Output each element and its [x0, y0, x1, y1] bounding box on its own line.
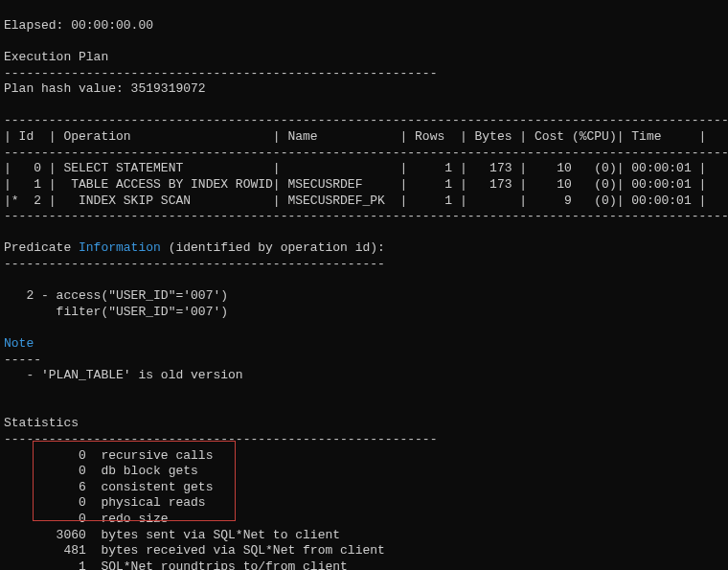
stat-row: 3060 bytes sent via SQL*Net to client [4, 528, 340, 542]
stat-row: 6 consistent gets [4, 480, 213, 494]
note-label: Note [4, 336, 34, 351]
predicate-line: 2 - access("USER_ID"='007') [4, 288, 228, 303]
elapsed-line: Elapsed: 00:00:00.00 [4, 18, 153, 33]
stat-row: 0 recursive calls [4, 448, 213, 463]
plan-row: | 0 | SELECT STATEMENT | | 1 | 173 | 10 … [4, 161, 706, 175]
plan-columns: | Id | Operation | Name | Rows | Bytes |… [4, 129, 706, 144]
stat-row: 0 db block gets [4, 464, 198, 478]
plan-border-bot: ----------------------------------------… [4, 209, 728, 223]
predicate-line: filter("USER_ID"='007') [4, 305, 228, 319]
plan-row: |* 2 | INDEX SKIP SCAN | MSECUSRDEF_PK |… [4, 194, 706, 208]
stat-row: 0 redo size [4, 512, 169, 526]
predicate-heading: Predicate Information (identified by ope… [4, 240, 385, 255]
predicate-info-word: Information [79, 240, 161, 255]
plan-row: | 1 | TABLE ACCESS BY INDEX ROWID| MSECU… [4, 177, 706, 192]
stat-row: 0 physical reads [4, 495, 206, 510]
plan-border-top: ----------------------------------------… [4, 113, 728, 127]
divider: ----------------------------------------… [4, 257, 385, 271]
terminal-output: Elapsed: 00:00:00.00 Execution Plan ----… [0, 0, 728, 570]
stats-header: Statistics [4, 416, 79, 430]
stat-row: 481 bytes received via SQL*Net from clie… [4, 543, 385, 558]
note-line: - 'PLAN_TABLE' is old version [4, 368, 243, 382]
divider: ----------------------------------------… [4, 66, 437, 80]
plan-hash: Plan hash value: 3519319072 [4, 81, 206, 96]
divider: ----- [4, 353, 41, 367]
plan-border-mid: ----------------------------------------… [4, 146, 728, 160]
stat-row: 1 SQL*Net roundtrips to/from client [4, 559, 348, 570]
divider: ----------------------------------------… [4, 432, 437, 446]
exec-plan-header: Execution Plan [4, 50, 108, 64]
